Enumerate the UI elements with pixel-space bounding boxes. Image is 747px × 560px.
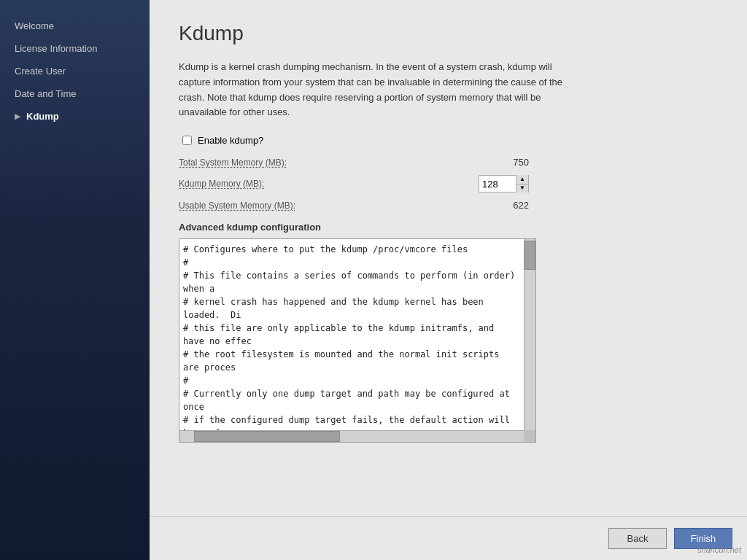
enable-kdump-row: Enable kdump? xyxy=(182,135,718,146)
advanced-section-label: Advanced kdump configuration xyxy=(179,222,718,233)
spinbox-buttons: ▲ ▼ xyxy=(516,175,528,192)
sidebar-item-label: Create User xyxy=(15,66,66,77)
bottom-bar: Back Finish xyxy=(150,516,747,560)
config-textarea[interactable] xyxy=(179,239,524,430)
enable-kdump-label: Enable kdump? xyxy=(198,135,263,146)
sidebar-item-kdump[interactable]: ▶ Kdump xyxy=(0,105,150,128)
kdump-memory-row: Kdump Memory (MB): ▲ ▼ xyxy=(179,175,529,192)
sidebar-item-date-and-time[interactable]: Date and Time xyxy=(0,82,150,105)
sidebar-item-license-information[interactable]: License Information xyxy=(0,37,150,60)
vertical-scrollbar[interactable] xyxy=(524,239,535,430)
spinbox-up-button[interactable]: ▲ xyxy=(516,175,528,184)
usable-memory-value: 622 xyxy=(471,200,529,211)
content-area: Kdump Kdump is a kernel crash dumping me… xyxy=(150,0,747,516)
sidebar-item-label: Welcome xyxy=(15,20,54,31)
total-memory-value: 750 xyxy=(471,157,529,168)
kdump-memory-input[interactable] xyxy=(479,176,516,192)
total-memory-row: Total System Memory (MB): 750 xyxy=(179,157,529,168)
usable-memory-label: Usable System Memory (MB): xyxy=(179,201,471,211)
page-title: Kdump xyxy=(179,22,718,45)
config-textarea-wrapper xyxy=(179,238,536,443)
horizontal-scrollbar[interactable] xyxy=(179,430,524,442)
watermark: shancun.net xyxy=(697,545,741,554)
spinbox-down-button[interactable]: ▼ xyxy=(516,184,528,193)
usable-memory-row: Usable System Memory (MB): 622 xyxy=(179,200,529,211)
sidebar: Welcome License Information Create User … xyxy=(0,0,150,560)
sidebar-item-label: License Information xyxy=(15,43,97,54)
kdump-memory-label: Kdump Memory (MB): xyxy=(179,179,479,189)
back-button[interactable]: Back xyxy=(608,528,667,549)
description-text: Kdump is a kernel crash dumping mechanis… xyxy=(179,60,565,120)
vertical-scrollbar-thumb[interactable] xyxy=(525,241,535,270)
sidebar-item-label: Date and Time xyxy=(15,88,77,99)
sidebar-item-label: Kdump xyxy=(26,111,59,122)
enable-kdump-checkbox[interactable] xyxy=(182,136,192,145)
horizontal-scrollbar-thumb[interactable] xyxy=(194,431,340,442)
sidebar-item-welcome[interactable]: Welcome xyxy=(0,15,150,37)
total-memory-label: Total System Memory (MB): xyxy=(179,158,471,168)
kdump-memory-spinbox[interactable]: ▲ ▼ xyxy=(479,175,529,192)
scrollbar-corner xyxy=(524,430,535,442)
sidebar-item-create-user[interactable]: Create User xyxy=(0,60,150,82)
arrow-icon: ▶ xyxy=(15,112,20,120)
